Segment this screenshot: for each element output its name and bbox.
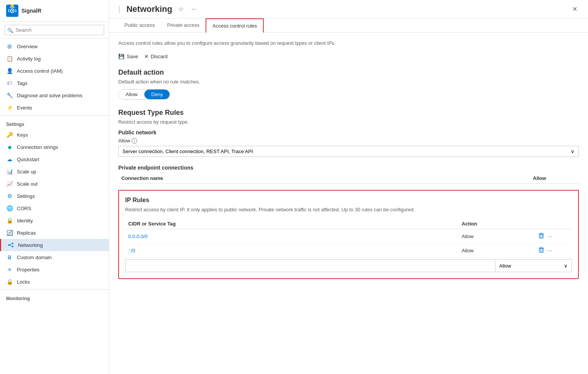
toggle-deny[interactable]: Deny <box>144 90 170 99</box>
svg-point-4 <box>8 244 10 246</box>
sidebar-item-networking[interactable]: Networking <box>0 239 109 251</box>
toggle-allow[interactable]: Allow <box>119 90 144 99</box>
quickstart-label: Quickstart <box>17 157 39 162</box>
toolbar: 💾 Save ✕ Discard <box>118 52 579 61</box>
keys-label: Keys <box>17 132 28 138</box>
replicas-label: Replicas <box>17 230 36 236</box>
chevron-down-icon-2: ∨ <box>564 263 568 269</box>
default-action-desc: Default action when no rule matches. <box>118 79 579 85</box>
overview-icon: ⊞ <box>6 43 13 50</box>
default-action-title: Default action <box>118 69 579 77</box>
more-options-button[interactable]: ··· <box>190 4 198 14</box>
networking-label: Networking <box>18 242 43 248</box>
col-cidr: CIDR or Service Tag <box>128 221 462 227</box>
quickstart-icon: ☁ <box>6 156 13 163</box>
page-description: Access control rules allow you to config… <box>118 40 579 46</box>
signalr-logo-icon <box>6 5 18 17</box>
discard-button[interactable]: ✕ Discard <box>144 52 168 61</box>
keys-icon: 🔑 <box>6 131 13 138</box>
col-connection-name: Connection name <box>118 175 533 181</box>
cors-label: CORS <box>17 206 31 211</box>
diagnose-icon: 🔧 <box>6 92 13 99</box>
trash-icon-2 <box>538 247 544 253</box>
access-control-icon: 👤 <box>6 67 13 74</box>
activity-log-icon: 📋 <box>6 55 13 62</box>
identity-icon: 🔒 <box>6 217 13 224</box>
settings-icon: ⚙ <box>6 193 13 199</box>
diagnose-label: Diagnose and solve problems <box>17 93 82 98</box>
scale-up-icon: 📊 <box>6 168 13 175</box>
svg-line-8 <box>10 245 12 247</box>
sidebar-item-settings[interactable]: ⚙ Settings <box>0 190 109 202</box>
delete-row-1-button[interactable] <box>538 232 544 240</box>
main-content: | Networking ☆ ··· ✕ Public access Priva… <box>109 0 588 374</box>
ip-cidr-input[interactable] <box>125 259 495 272</box>
connection-type-dropdown[interactable]: Server connection, Client connection, RE… <box>118 146 579 157</box>
sidebar-item-activity-log[interactable]: 📋 Activity log <box>0 52 109 65</box>
ip-action-value: Allow <box>499 263 511 269</box>
ip-action-2: Allow <box>462 248 538 253</box>
discard-icon: ✕ <box>144 54 149 59</box>
ip-ops-1: ··· <box>538 232 569 240</box>
ip-rules-section: IP Rules Restrict access by client IP. I… <box>118 190 579 279</box>
sidebar-item-cors[interactable]: 🌐 CORS <box>0 202 109 214</box>
sidebar-item-access-control[interactable]: 👤 Access control (IAM) <box>0 65 109 77</box>
ip-rule-row-2: ::/0 Allow ··· <box>125 243 572 258</box>
sidebar-item-tags[interactable]: 🏷 Tags <box>0 77 109 89</box>
tags-icon: 🏷 <box>6 80 13 87</box>
sidebar-item-identity[interactable]: 🔒 Identity <box>0 214 109 227</box>
svg-point-6 <box>12 246 13 247</box>
svg-rect-3 <box>11 5 14 7</box>
sidebar-item-keys[interactable]: 🔑 Keys <box>0 129 109 141</box>
more-row-1-button[interactable]: ··· <box>547 233 552 239</box>
properties-icon: ≡ <box>6 266 13 273</box>
sidebar-item-overview[interactable]: ⊞ Overview <box>0 40 109 52</box>
connection-strings-label: Connection strings <box>17 144 58 150</box>
sidebar-item-replicas[interactable]: 🔄 Replicas <box>0 227 109 239</box>
content-area: Access control rules allow you to config… <box>109 33 588 374</box>
sidebar-item-quickstart[interactable]: ☁ Quickstart <box>0 153 109 165</box>
svg-line-7 <box>10 244 12 245</box>
monitoring-section-label: Monitoring <box>0 291 109 303</box>
allow-field-label: Allow i <box>118 138 579 144</box>
scale-out-icon: 📈 <box>6 180 13 187</box>
custom-domain-icon: 🖥 <box>6 254 13 261</box>
tags-label: Tags <box>17 80 27 86</box>
sidebar-item-scale-out[interactable]: 📈 Scale out <box>0 178 109 190</box>
search-input[interactable] <box>5 25 104 35</box>
sidebar-item-locks[interactable]: 🔒 Locks <box>0 276 109 288</box>
sidebar: SignalR 🔍 ⊞ Overview 📋 Activity log 👤 Ac… <box>0 0 109 374</box>
sidebar-item-scale-up[interactable]: 📊 Scale up <box>0 165 109 178</box>
delete-row-2-button[interactable] <box>538 247 544 254</box>
custom-domain-label: Custom domain <box>17 255 52 260</box>
ip-rules-desc: Restrict access by client IP. It only ap… <box>125 207 572 212</box>
sidebar-nav: ⊞ Overview 📋 Activity log 👤 Access contr… <box>0 39 109 374</box>
sidebar-item-properties[interactable]: ≡ Properties <box>0 263 109 276</box>
sidebar-item-events[interactable]: ⚡ Events <box>0 101 109 114</box>
sidebar-item-diagnose[interactable]: 🔧 Diagnose and solve problems <box>0 89 109 101</box>
networking-icon <box>7 242 14 248</box>
close-button[interactable]: ✕ <box>571 4 579 14</box>
tab-access-control-rules[interactable]: Access control rules <box>206 18 264 33</box>
save-label: Save <box>127 54 138 59</box>
ip-cidr-1: 0.0.0.0/0 <box>128 234 462 239</box>
connection-strings-icon: ◆ <box>6 144 13 150</box>
activity-log-label: Activity log <box>17 56 41 62</box>
nav-divider-1 <box>0 115 109 116</box>
private-endpoint-title: Private endpoint connections <box>118 165 579 171</box>
locks-icon: 🔒 <box>6 278 13 285</box>
more-row-2-button[interactable]: ··· <box>547 247 552 253</box>
favorite-button[interactable]: ☆ <box>177 4 185 14</box>
save-button[interactable]: 💾 Save <box>118 52 138 61</box>
sidebar-item-connection-strings[interactable]: ◆ Connection strings <box>0 141 109 153</box>
allow-info-icon[interactable]: i <box>132 138 137 144</box>
chevron-down-icon: ∨ <box>571 149 575 154</box>
sidebar-item-custom-domain[interactable]: 🖥 Custom domain <box>0 251 109 263</box>
tab-private-access[interactable]: Private access <box>161 18 206 33</box>
scale-out-label: Scale out <box>17 181 38 187</box>
ip-action-dropdown[interactable]: Allow ∨ <box>495 259 572 272</box>
ip-rule-row-1: 0.0.0.0/0 Allow ··· <box>125 229 572 243</box>
tab-public-access[interactable]: Public access <box>118 18 161 33</box>
events-label: Events <box>17 105 32 111</box>
private-endpoint-table-header: Connection name Allow <box>118 173 579 184</box>
